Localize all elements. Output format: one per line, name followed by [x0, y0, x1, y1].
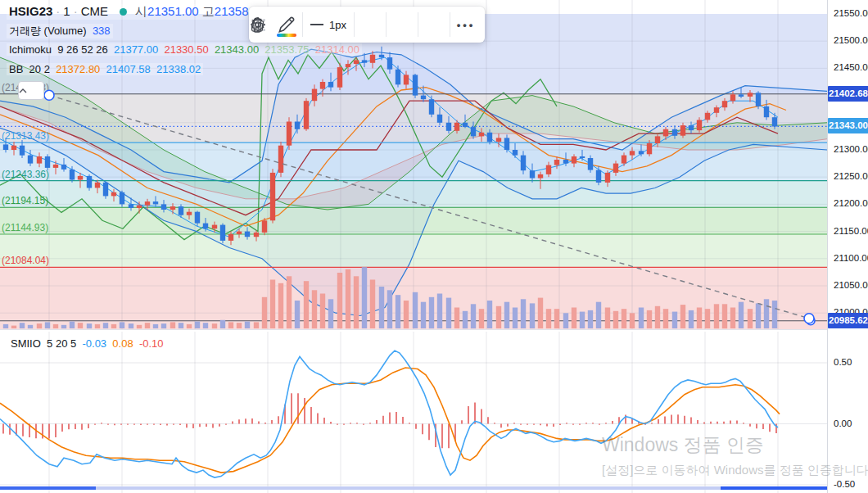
- ichimoku-title: Ichimoku: [9, 43, 52, 56]
- horizontal-scrollbar-segment[interactable]: [721, 486, 827, 490]
- collapse-indicators-button[interactable]: [18, 81, 44, 100]
- line-width-icon: [310, 24, 323, 25]
- volume-bar: [421, 302, 426, 328]
- symbol-name[interactable]: HSIG23: [9, 4, 52, 18]
- ichimoku-params: 9 26 52 26: [57, 43, 107, 56]
- volume-bar: [237, 323, 242, 328]
- volume-bar: [605, 308, 610, 329]
- candle-body: [730, 94, 735, 101]
- bollinger-legend[interactable]: BB 20 2 21372.80 21407.58 21338.02: [7, 63, 203, 75]
- horizontal-scrollbar-segment[interactable]: [96, 486, 721, 490]
- candle-body: [639, 151, 644, 154]
- candle-body: [463, 123, 468, 127]
- line-width-label: 1px: [329, 19, 346, 31]
- volume-bar: [722, 304, 727, 328]
- ichimoku-cloud: [540, 97, 549, 134]
- line-width-button[interactable]: 1px: [303, 10, 354, 39]
- candle-body: [195, 212, 200, 224]
- lock-button[interactable]: [387, 10, 418, 39]
- candle-body: [212, 225, 217, 229]
- candle-body: [203, 224, 208, 229]
- candle-body: [3, 144, 8, 150]
- exchange[interactable]: CME: [81, 4, 108, 18]
- candle-body: [161, 204, 166, 210]
- more-options-button[interactable]: •••: [450, 10, 481, 39]
- candle-body: [513, 150, 518, 156]
- volume-bar: [756, 303, 761, 328]
- price-axis[interactable]: 21550.0021500.0021450.0021350.0021300.00…: [827, 0, 868, 493]
- candle-body: [120, 192, 124, 205]
- ichimoku-legend[interactable]: Ichimoku 9 26 52 26 21377.00 21330.50 21…: [7, 43, 362, 56]
- volume-bar: [346, 269, 350, 328]
- smiio-value-2: 0.08: [112, 337, 133, 350]
- bb-title: BB: [9, 63, 23, 75]
- volume-bar: [220, 320, 225, 328]
- candle-body: [580, 156, 585, 158]
- trendline-handle-start[interactable]: [44, 90, 54, 100]
- volume-bar: [278, 283, 283, 328]
- volume-bar: [161, 323, 166, 328]
- candle-body: [387, 57, 392, 70]
- volume-bar: [429, 297, 434, 328]
- candle-body: [354, 60, 359, 64]
- volume-bar: [479, 309, 484, 328]
- trash-icon: [249, 16, 265, 34]
- open-label: 시: [135, 4, 147, 18]
- volume-bar: [228, 322, 233, 328]
- delete-button[interactable]: [418, 10, 450, 39]
- volume-bar: [87, 323, 92, 328]
- smiio-legend[interactable]: SMIIO 5 20 5 -0.03 0.08 -0.10: [8, 337, 166, 350]
- volume-bar: [20, 323, 25, 328]
- bb-value-3: 21338.02: [156, 63, 201, 75]
- candle-body: [446, 123, 451, 131]
- volume-bar: [312, 290, 317, 328]
- candle-body: [37, 156, 42, 164]
- volume-bar: [37, 323, 42, 328]
- settings-button[interactable]: [355, 10, 386, 39]
- volume-bar: [588, 310, 593, 328]
- candle-body: [220, 225, 225, 241]
- volume-bar: [320, 294, 325, 329]
- ichimoku-cloud: [565, 104, 573, 137]
- level-price-label: (21144.93): [2, 222, 48, 233]
- candle-body: [320, 82, 325, 89]
- volume-bar: [129, 323, 133, 328]
- volume-bar: [270, 280, 275, 329]
- candle-body: [504, 138, 509, 150]
- candle-body: [237, 232, 242, 234]
- candle-body: [137, 206, 142, 208]
- volume-bar: [538, 298, 543, 328]
- candle-body: [187, 212, 192, 215]
- smiio-indicator-pane[interactable]: [0, 332, 827, 493]
- volume-bar: [195, 322, 200, 329]
- horizontal-scrollbar-segment[interactable]: [0, 486, 96, 490]
- volume-legend[interactable]: 거래량 (Volume) 338: [7, 24, 113, 38]
- candle-body: [346, 64, 350, 67]
- candle-body: [630, 151, 635, 155]
- candle-body: [554, 160, 559, 165]
- ichimoku-cloud: [614, 123, 622, 142]
- volume-bar: [730, 308, 735, 329]
- candle-body: [254, 233, 259, 237]
- ichimoku-cloud: [606, 120, 614, 142]
- volume-bar: [145, 323, 150, 328]
- interval[interactable]: 1: [63, 4, 70, 18]
- pane-separator[interactable]: [0, 329, 827, 330]
- trendline-handle-end[interactable]: [804, 314, 814, 323]
- candle-body: [421, 96, 426, 100]
- separator: ·: [52, 4, 63, 18]
- volume-bar: [463, 311, 468, 328]
- volume-bar: [663, 309, 668, 328]
- volume-bar: [203, 323, 208, 328]
- high-label: 고: [202, 4, 215, 18]
- candle-body: [379, 55, 384, 57]
- volume-bar: [103, 323, 108, 328]
- separator: ·: [70, 4, 81, 18]
- smiio-params: 5 20 5: [47, 337, 76, 350]
- volume-bar: [454, 308, 459, 329]
- price-badge: 21343.00: [828, 118, 868, 133]
- candle-body: [680, 125, 685, 136]
- volume-bar: [78, 323, 83, 328]
- volume-bar: [120, 322, 124, 328]
- color-picker-button[interactable]: [271, 10, 302, 39]
